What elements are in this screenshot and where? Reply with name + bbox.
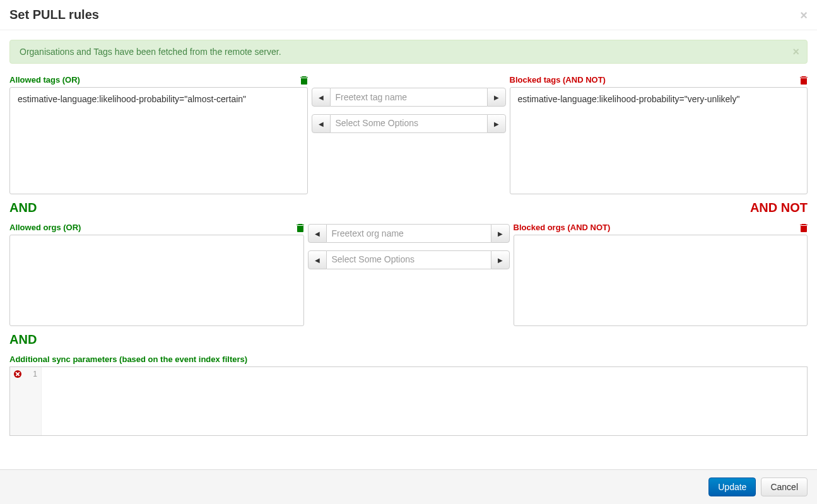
trash-icon[interactable] (300, 76, 308, 85)
trash-icon[interactable] (297, 223, 304, 232)
allowed-tags-column: Allowed tags (OR) estimative-language:li… (9, 75, 308, 194)
move-right-icon[interactable]: ▶ (491, 250, 510, 269)
blocked-tags-box[interactable]: estimative-language:likelihood-probabili… (510, 87, 808, 194)
code-area[interactable] (42, 367, 807, 435)
blocked-orgs-box[interactable] (514, 235, 808, 326)
modal-body: Organisations and Tags have been fetched… (0, 30, 817, 469)
blocked-orgs-column: Blocked orgs (AND NOT) (514, 223, 808, 326)
close-icon[interactable]: × (800, 9, 808, 21)
modal-title: Set PULL rules (9, 8, 99, 22)
select-org-options[interactable]: Select Some Options (327, 250, 491, 269)
cancel-button[interactable]: Cancel (761, 478, 808, 496)
editor-gutter: 1 (10, 367, 42, 435)
blocked-tags-label: Blocked tags (AND NOT) (510, 75, 606, 85)
operator-and-not: AND NOT (750, 201, 808, 215)
tags-picker-column: ◀ ▶ ◀ Select Some Options ▶ (312, 75, 506, 194)
operator-row-orgs: AND (9, 332, 808, 347)
allowed-tag-item[interactable]: estimative-language:likelihood-probabili… (18, 94, 300, 104)
trash-icon[interactable] (800, 76, 808, 85)
trash-icon[interactable] (800, 223, 808, 232)
select-tag-options[interactable]: Select Some Options (331, 114, 487, 133)
modal-header: Set PULL rules × (0, 0, 817, 30)
allowed-orgs-header: Allowed orgs (OR) (9, 223, 304, 232)
select-tag-picker: ◀ Select Some Options ▶ (312, 114, 506, 133)
modal-footer: Update Cancel (0, 469, 817, 504)
alert-success: Organisations and Tags have been fetched… (9, 40, 808, 64)
update-button[interactable]: Update (708, 478, 756, 496)
freetext-tag-picker: ◀ ▶ (312, 88, 506, 107)
operator-row-tags: AND AND NOT (9, 201, 808, 215)
move-left-icon[interactable]: ◀ (308, 224, 327, 243)
allowed-orgs-box[interactable] (9, 235, 304, 326)
tags-row: Allowed tags (OR) estimative-language:li… (9, 75, 808, 194)
gutter-row: 1 (14, 370, 37, 378)
orgs-row: Allowed orgs (OR) ◀ ▶ ◀ Select Some Opti… (9, 223, 808, 326)
alert-message: Organisations and Tags have been fetched… (20, 47, 281, 57)
blocked-orgs-header: Blocked orgs (AND NOT) (514, 223, 808, 232)
move-left-icon[interactable]: ◀ (308, 250, 327, 269)
allowed-tags-box[interactable]: estimative-language:likelihood-probabili… (9, 87, 308, 194)
allowed-orgs-column: Allowed orgs (OR) (9, 223, 304, 326)
operator-and: AND (9, 201, 37, 215)
move-left-icon[interactable]: ◀ (312, 88, 331, 107)
move-left-icon[interactable]: ◀ (312, 114, 331, 133)
move-right-icon[interactable]: ▶ (487, 88, 506, 107)
blocked-tags-header: Blocked tags (AND NOT) (510, 75, 808, 85)
allowed-tags-header: Allowed tags (OR) (9, 75, 308, 85)
freetext-org-input[interactable] (327, 224, 491, 243)
move-right-icon[interactable]: ▶ (487, 114, 506, 133)
code-editor: 1 (9, 366, 808, 436)
line-number: 1 (33, 370, 37, 378)
blocked-tags-column: Blocked tags (AND NOT) estimative-langua… (510, 75, 808, 194)
allowed-orgs-label: Allowed orgs (OR) (9, 223, 81, 232)
move-right-icon[interactable]: ▶ (491, 224, 510, 243)
freetext-org-picker: ◀ ▶ (308, 224, 510, 243)
operator-and: AND (9, 332, 37, 347)
allowed-tags-label: Allowed tags (OR) (9, 75, 80, 85)
additional-params-label: Additional sync parameters (based on the… (9, 355, 808, 364)
blocked-tag-item[interactable]: estimative-language:likelihood-probabili… (518, 94, 800, 104)
orgs-picker-column: ◀ ▶ ◀ Select Some Options ▶ (308, 223, 510, 326)
error-icon[interactable] (14, 370, 21, 378)
freetext-tag-input[interactable] (331, 88, 487, 107)
select-org-picker: ◀ Select Some Options ▶ (308, 250, 510, 269)
modal-set-pull-rules: Set PULL rules × Organisations and Tags … (0, 0, 817, 504)
blocked-orgs-label: Blocked orgs (AND NOT) (514, 223, 611, 232)
alert-close-icon[interactable]: × (792, 45, 799, 59)
